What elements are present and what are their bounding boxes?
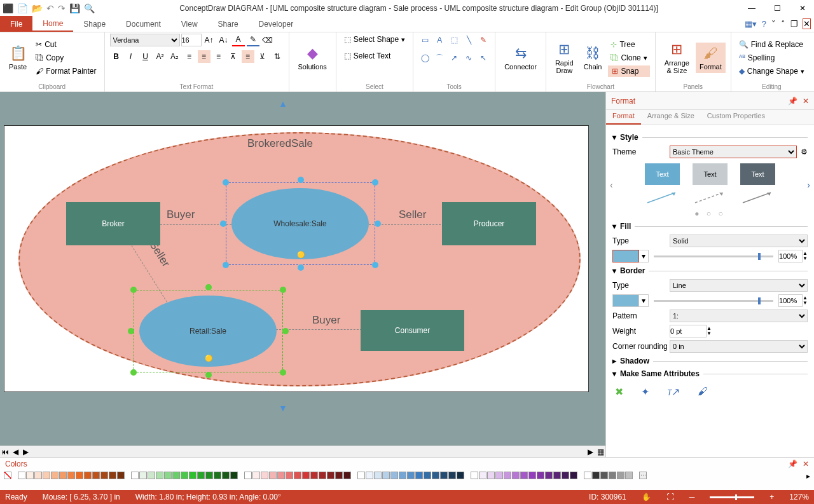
- format-panel-button[interactable]: 🖌Format: [696, 43, 726, 73]
- border-color-swatch[interactable]: [612, 294, 639, 307]
- close-button[interactable]: ✕: [794, 4, 811, 13]
- chain-button[interactable]: ⛓Chain: [580, 43, 606, 73]
- paste-button[interactable]: 📋 Paste: [5, 43, 31, 73]
- select-text-button[interactable]: ⬚Select Text: [341, 50, 393, 62]
- handle[interactable]: [130, 369, 137, 376]
- color-swatch[interactable]: [18, 472, 25, 479]
- cut-button[interactable]: ✂Cut: [33, 39, 99, 50]
- tab-document[interactable]: Document: [116, 16, 171, 32]
- color-swatch[interactable]: [181, 472, 188, 479]
- color-swatch[interactable]: [562, 472, 569, 479]
- fill-opacity-slider[interactable]: [654, 255, 773, 257]
- window-list-icon[interactable]: ▦▾: [745, 19, 757, 29]
- color-swatch[interactable]: [487, 472, 495, 479]
- color-swatch[interactable]: [164, 472, 172, 479]
- color-swatch[interactable]: [415, 472, 423, 479]
- fill-color-swatch[interactable]: [612, 250, 639, 262]
- text-handle-icon[interactable]: 🟡: [205, 355, 212, 362]
- handle[interactable]: [130, 287, 137, 293]
- color-swatch[interactable]: [197, 472, 205, 479]
- tool-text-icon[interactable]: A: [433, 34, 446, 46]
- horizontal-scrollbar[interactable]: ⏮ ◀ ▶ ▶ ▦: [0, 446, 605, 457]
- theme-select[interactable]: Basic Theme: [670, 146, 797, 158]
- color-swatch[interactable]: [100, 472, 108, 479]
- color-swatch[interactable]: [277, 472, 285, 479]
- label-buyer-1[interactable]: Buyer: [167, 208, 195, 221]
- text-handle-icon[interactable]: 🟡: [297, 251, 305, 258]
- color-swatch[interactable]: [286, 472, 293, 479]
- format-painter-button[interactable]: 🖌Format Painter: [33, 65, 99, 77]
- wholesale-shape[interactable]: Wholesale:Sale: [231, 188, 369, 259]
- italic-icon[interactable]: I: [125, 50, 137, 63]
- label-seller-1[interactable]: Seller: [399, 208, 426, 221]
- align-bottom-icon[interactable]: ⊻: [256, 50, 269, 63]
- handle[interactable]: [205, 372, 212, 378]
- handle[interactable]: [298, 177, 304, 183]
- handle[interactable]: [375, 221, 381, 227]
- color-swatch[interactable]: [117, 472, 125, 479]
- border-type-select[interactable]: Line: [670, 279, 808, 292]
- color-swatch[interactable]: [189, 472, 197, 479]
- broker-shape[interactable]: Broker: [66, 202, 160, 245]
- new-icon[interactable]: 📄: [17, 3, 28, 13]
- theme-pager[interactable]: ● ○ ○: [612, 209, 808, 218]
- border-opacity-input[interactable]: [778, 294, 803, 307]
- color-swatch[interactable]: [471, 472, 478, 479]
- tool-rect-icon[interactable]: ▭: [418, 34, 431, 46]
- color-swatch[interactable]: [479, 472, 486, 479]
- handle[interactable]: [298, 264, 304, 271]
- maximize-button[interactable]: ☐: [768, 4, 786, 13]
- tool-pen-icon[interactable]: ✎: [477, 34, 490, 46]
- first-page-icon[interactable]: ⏮: [0, 447, 10, 456]
- pages-icon[interactable]: ▦: [595, 447, 605, 456]
- color-swatch[interactable]: [592, 472, 600, 479]
- arrow-style-2[interactable]: [693, 190, 728, 205]
- color-swatch[interactable]: [59, 472, 67, 479]
- color-swatch[interactable]: [407, 472, 415, 479]
- copy-button[interactable]: ⿻Copy: [33, 52, 99, 64]
- arrow-style-3[interactable]: [740, 190, 775, 205]
- color-swatch[interactable]: [302, 472, 310, 479]
- color-swatch[interactable]: [139, 472, 147, 479]
- color-swatch[interactable]: [214, 472, 221, 479]
- close-panel-icon[interactable]: ✕: [803, 97, 809, 106]
- handle[interactable]: [205, 284, 212, 290]
- section-style[interactable]: ▾Style: [612, 133, 808, 142]
- color-swatch[interactable]: [294, 472, 301, 479]
- align-top-icon[interactable]: ⊼: [227, 50, 240, 63]
- collapse-up-icon[interactable]: ˄: [781, 19, 785, 29]
- same-brush-icon[interactable]: 🖌: [698, 386, 708, 398]
- color-swatch[interactable]: [230, 472, 238, 479]
- bold-icon[interactable]: B: [110, 50, 123, 63]
- color-swatch[interactable]: [625, 472, 633, 479]
- color-swatch[interactable]: [205, 472, 213, 479]
- color-swatch[interactable]: [448, 472, 456, 479]
- color-swatch[interactable]: [553, 472, 561, 479]
- tool-note-icon[interactable]: ⬚: [448, 34, 460, 46]
- spinner-icon[interactable]: ▲▼: [803, 296, 808, 306]
- color-swatch[interactable]: [432, 472, 439, 479]
- align-center-icon[interactable]: ≡: [198, 50, 210, 63]
- search-icon[interactable]: 🔍: [84, 3, 95, 13]
- tab-home[interactable]: Home: [32, 16, 73, 32]
- color-swatch[interactable]: [528, 472, 536, 479]
- scroll-end-right-icon[interactable]: ▶: [585, 447, 595, 456]
- color-swatch[interactable]: [424, 472, 431, 479]
- snap-button[interactable]: ⊞Snap: [608, 65, 649, 77]
- connector-button[interactable]: ⇆ Connector: [500, 43, 541, 73]
- color-swatch[interactable]: [495, 472, 503, 479]
- color-swatch[interactable]: [504, 472, 511, 479]
- clear-format-icon[interactable]: ⌫: [261, 34, 274, 46]
- mdi-close-icon[interactable]: ✕: [803, 19, 810, 29]
- color-swatch[interactable]: [545, 472, 553, 479]
- tool-line-icon[interactable]: ╲: [462, 34, 475, 46]
- color-swatch[interactable]: [148, 472, 155, 479]
- tree-button[interactable]: ⊹Tree: [608, 39, 649, 50]
- handle[interactable]: [220, 221, 226, 227]
- colors-scroll-icon[interactable]: ▸: [806, 472, 810, 480]
- tab-shape[interactable]: Shape: [73, 16, 116, 32]
- handle[interactable]: [223, 262, 229, 268]
- tool-curve-icon[interactable]: ∿: [462, 51, 475, 64]
- close-colors-icon[interactable]: ✕: [803, 460, 809, 468]
- corner-select[interactable]: 0 in: [670, 340, 808, 353]
